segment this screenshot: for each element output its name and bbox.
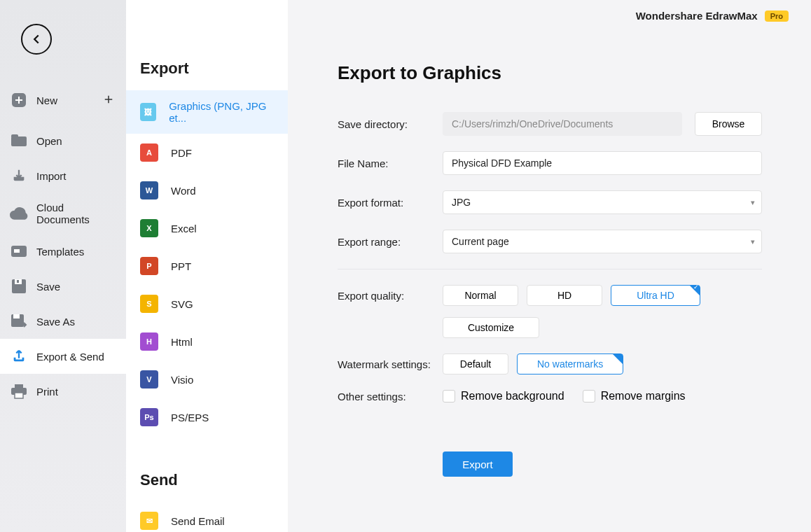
- export-item-label: Send Email: [171, 515, 225, 527]
- excel-file-icon: X: [140, 219, 158, 237]
- cloud-icon: [10, 204, 28, 223]
- svg-rect-11: [15, 384, 23, 388]
- page-title: Export to Graphics: [338, 62, 762, 84]
- svg-rect-9: [13, 314, 20, 318]
- divider: [338, 269, 762, 270]
- export-type-html[interactable]: H Html: [126, 323, 288, 360]
- html-file-icon: H: [140, 332, 158, 351]
- export-button[interactable]: Export: [443, 451, 513, 477]
- nav-item-export-send[interactable]: Export & Send: [0, 339, 126, 374]
- nav-item-save[interactable]: Save: [0, 269, 126, 304]
- export-item-label: PPT: [171, 260, 191, 272]
- send-email[interactable]: ✉ Send Email: [126, 502, 288, 532]
- watermark-default-button[interactable]: Default: [443, 354, 508, 374]
- plus-square-icon: [10, 91, 28, 109]
- folder-icon: [10, 132, 28, 150]
- export-type-visio[interactable]: V Visio: [126, 360, 288, 398]
- quality-hd-button[interactable]: HD: [527, 285, 602, 306]
- browse-button[interactable]: Browse: [695, 112, 762, 136]
- app-header: Wondershare EdrawMax Pro: [289, 0, 811, 31]
- pro-badge: Pro: [765, 10, 789, 22]
- export-form: Export to Graphics Save directory: Brows…: [289, 31, 811, 477]
- ps-file-icon: Ps: [140, 408, 158, 426]
- remove-background-checkbox[interactable]: Remove background: [443, 390, 564, 402]
- format-select[interactable]: JPG: [443, 190, 762, 214]
- label-watermark: Watermark settings:: [338, 358, 443, 370]
- main-panel: Wondershare EdrawMax Pro Export to Graph…: [289, 0, 811, 532]
- brand-text: Wondershare EdrawMax: [636, 10, 758, 22]
- nav-item-print[interactable]: Print: [0, 374, 126, 409]
- pdf-file-icon: A: [140, 144, 158, 162]
- arrow-left-icon: [29, 31, 44, 47]
- print-icon: [10, 382, 28, 400]
- image-file-icon: 🖼: [140, 103, 156, 121]
- checkbox-label: Remove background: [461, 390, 564, 402]
- saveas-icon: [10, 312, 28, 330]
- send-heading: Send: [126, 436, 288, 502]
- label-other: Other settings:: [338, 391, 443, 402]
- word-file-icon: W: [140, 181, 158, 200]
- checkbox-icon: [443, 390, 455, 402]
- filename-input[interactable]: [443, 151, 762, 175]
- svg-rect-1: [11, 136, 27, 146]
- svg-rect-7: [17, 280, 19, 283]
- left-nav: New Open Import Cloud Documents Template…: [0, 0, 126, 532]
- export-icon: [10, 347, 28, 365]
- quality-ultrahd-button[interactable]: Ultra HD: [611, 285, 700, 306]
- nav-label: Print: [36, 386, 58, 398]
- export-item-label: Html: [171, 336, 193, 348]
- label-format: Export format:: [338, 197, 443, 209]
- svg-file-icon: S: [140, 295, 158, 313]
- nav-label: Cloud Documents: [36, 202, 116, 225]
- quality-customize-button[interactable]: Customize: [443, 317, 539, 338]
- export-type-word[interactable]: W Word: [126, 172, 288, 209]
- label-filename: File Name:: [338, 158, 443, 169]
- nav-label: Import: [36, 170, 67, 182]
- nav-label: Open: [36, 135, 62, 147]
- label-save-directory: Save directory:: [338, 118, 443, 130]
- export-item-label: Word: [171, 185, 196, 197]
- export-type-graphics[interactable]: 🖼 Graphics (PNG, JPG et...: [126, 90, 288, 134]
- export-type-pdf[interactable]: A PDF: [126, 134, 288, 172]
- export-heading: Export: [126, 0, 288, 90]
- checkbox-label: Remove margins: [601, 390, 686, 402]
- range-select[interactable]: Current page: [443, 230, 762, 253]
- checkbox-icon: [583, 390, 595, 402]
- nav-label: Save As: [36, 316, 75, 328]
- visio-file-icon: V: [140, 370, 158, 388]
- nav-item-import[interactable]: Import: [0, 158, 126, 193]
- nav-label: Save: [36, 281, 60, 293]
- export-item-label: PS/EPS: [171, 412, 209, 424]
- svg-rect-2: [11, 134, 18, 138]
- svg-rect-4: [14, 249, 20, 253]
- email-icon: ✉: [140, 512, 158, 530]
- import-icon: [10, 167, 28, 185]
- export-type-svg[interactable]: S SVG: [126, 285, 288, 323]
- export-type-pseps[interactable]: Ps PS/EPS: [126, 398, 288, 436]
- nav-item-templates[interactable]: Templates: [0, 234, 126, 269]
- ppt-file-icon: P: [140, 257, 158, 275]
- nav-item-new[interactable]: New: [0, 83, 126, 118]
- nav-label: New: [36, 94, 57, 106]
- save-directory-input[interactable]: [443, 112, 682, 136]
- export-item-label: Visio: [171, 374, 193, 386]
- remove-margins-checkbox[interactable]: Remove margins: [583, 390, 686, 402]
- templates-icon: [10, 242, 28, 260]
- export-item-label: PDF: [171, 147, 192, 159]
- svg-rect-12: [15, 393, 23, 398]
- export-type-ppt[interactable]: P PPT: [126, 247, 288, 285]
- plus-icon[interactable]: [102, 93, 115, 108]
- export-type-excel[interactable]: X Excel: [126, 209, 288, 247]
- watermark-none-button[interactable]: No watermarks: [517, 354, 623, 374]
- export-item-label: Excel: [171, 223, 197, 234]
- export-item-label: SVG: [171, 298, 193, 310]
- nav-label: Templates: [36, 246, 84, 258]
- label-range: Export range:: [338, 236, 443, 248]
- nav-item-cloud[interactable]: Cloud Documents: [0, 193, 126, 234]
- nav-item-open[interactable]: Open: [0, 123, 126, 158]
- back-button[interactable]: [21, 24, 52, 55]
- nav-item-saveas[interactable]: Save As: [0, 304, 126, 339]
- quality-normal-button[interactable]: Normal: [443, 285, 518, 306]
- save-icon: [10, 277, 28, 295]
- nav-label: Export & Send: [36, 351, 104, 363]
